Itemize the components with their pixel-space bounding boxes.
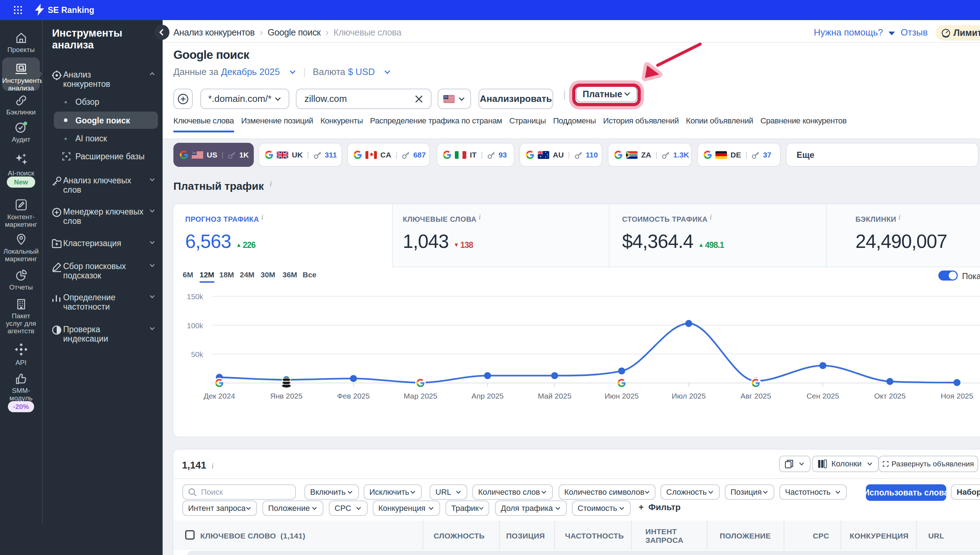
svg-text:Окт 2025: Окт 2025 <box>874 392 906 400</box>
svg-text:Фев 2025: Фев 2025 <box>337 392 370 400</box>
svg-text:Мар 2025: Мар 2025 <box>404 392 438 400</box>
svg-text:Июн 2025: Июн 2025 <box>604 392 639 400</box>
svg-text:Июл 2025: Июл 2025 <box>672 392 706 400</box>
svg-text:100k: 100k <box>187 321 203 330</box>
svg-text:Авг 2025: Авг 2025 <box>741 392 771 400</box>
svg-text:Май 2025: Май 2025 <box>538 392 572 400</box>
svg-text:150k: 150k <box>187 292 203 301</box>
svg-text:Ноя 2025: Ноя 2025 <box>940 392 973 400</box>
svg-text:50k: 50k <box>191 350 203 358</box>
svg-text:Сен 2025: Сен 2025 <box>806 392 839 400</box>
svg-text:Апр 2025: Апр 2025 <box>471 392 504 400</box>
svg-text:Янв 2025: Янв 2025 <box>270 392 303 400</box>
svg-text:Дек 2024: Дек 2024 <box>204 392 235 400</box>
